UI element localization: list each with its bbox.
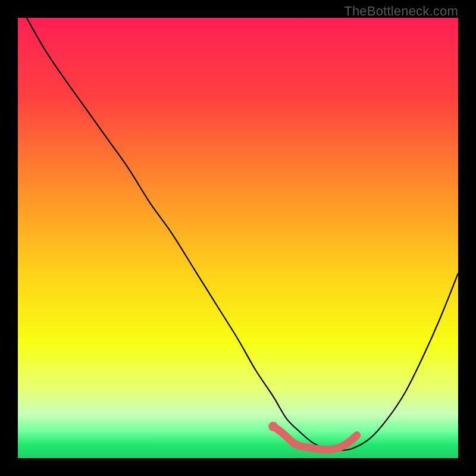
gradient-background (18, 18, 458, 458)
gradient-rect (18, 18, 458, 458)
plot-area (18, 18, 458, 458)
attribution-watermark: TheBottleneck.com (344, 4, 458, 19)
chart-frame: TheBottleneck.com (0, 0, 476, 476)
optimal-point-marker (268, 422, 278, 431)
